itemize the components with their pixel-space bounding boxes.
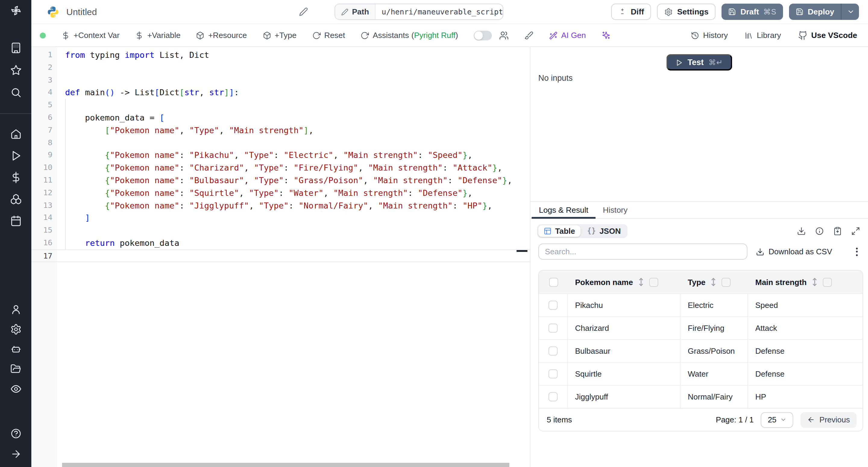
- test-button[interactable]: Test ⌘↵: [666, 54, 732, 70]
- multiplayer-toggle[interactable]: [474, 30, 492, 40]
- sort-arrows-icon[interactable]: [638, 278, 644, 286]
- select-all-checkbox[interactable]: [549, 278, 558, 286]
- add-context-var-button[interactable]: +Context Var: [61, 31, 120, 40]
- row-checkbox[interactable]: [549, 392, 558, 401]
- code-line[interactable]: 16 return pokemon_data: [31, 237, 530, 249]
- library-button[interactable]: Library: [745, 31, 781, 40]
- code-editor[interactable]: 1from typing import List, Dict234def mai…: [31, 47, 530, 467]
- horizontal-scrollbar[interactable]: [62, 463, 509, 467]
- download-csv-button[interactable]: Download as CSV: [756, 247, 832, 256]
- rotate-cw-icon: [312, 31, 321, 39]
- diff-icon: [619, 8, 627, 15]
- code-lines: 1from typing import List, Dict234def mai…: [31, 49, 530, 262]
- code-line[interactable]: 8: [31, 136, 530, 149]
- expand-icon[interactable]: [851, 226, 860, 235]
- deploy-dropdown-chevron-icon[interactable]: [847, 8, 855, 15]
- copy-result-icon[interactable]: [833, 226, 842, 235]
- row-checkbox[interactable]: [549, 369, 558, 378]
- tab-history[interactable]: History: [595, 202, 635, 218]
- page-indicator: Page: 1 / 1: [716, 415, 754, 424]
- table-row: SquirtleWaterDefense: [539, 362, 863, 385]
- package-icon: [196, 31, 205, 39]
- test-shortcut: ⌘↵: [709, 58, 723, 67]
- column-filter-box[interactable]: [722, 278, 731, 286]
- code-line[interactable]: 14 ]: [31, 212, 530, 224]
- row-checkbox[interactable]: [549, 346, 558, 355]
- code-line[interactable]: 5: [31, 99, 530, 112]
- code-line[interactable]: 13 {"Pokemon name": "Jigglypuff", "Type"…: [31, 199, 530, 212]
- draft-button[interactable]: Draft ⌘S: [722, 4, 783, 20]
- code-line[interactable]: 17: [31, 249, 530, 262]
- view-table-option[interactable]: Table: [538, 225, 581, 237]
- items-count: 5 items: [539, 415, 572, 424]
- line-number: 16: [31, 237, 53, 249]
- runs-play-icon[interactable]: [10, 150, 22, 161]
- workspace-icon[interactable]: [10, 42, 22, 54]
- audit-eye-icon[interactable]: [10, 383, 22, 395]
- format-brush-icon[interactable]: [524, 31, 533, 40]
- use-vscode-button[interactable]: Use VScode: [798, 30, 857, 40]
- code-line[interactable]: 12 {"Pokemon name": "Squirtle", "Type": …: [31, 187, 530, 199]
- ai-gen-button[interactable]: AI Gen: [549, 31, 586, 40]
- add-resource-button[interactable]: +Resource: [196, 31, 247, 40]
- add-variable-button[interactable]: +Variable: [135, 31, 181, 40]
- search-icon[interactable]: [10, 87, 22, 98]
- reset-button[interactable]: Reset: [312, 31, 345, 40]
- settings-button[interactable]: Settings: [657, 4, 716, 20]
- deploy-button[interactable]: Deploy: [789, 4, 859, 20]
- code-line[interactable]: 1from typing import List, Dict: [31, 49, 530, 61]
- code-line[interactable]: 11 {"Pokemon name": "Bulbasaur", "Type":…: [31, 174, 530, 187]
- row-checkbox[interactable]: [549, 323, 558, 333]
- add-type-button[interactable]: +Type: [262, 31, 297, 40]
- sort-arrows-icon[interactable]: [710, 278, 717, 286]
- code-line[interactable]: 10 {"Pokemon name": "Charizard", "Type":…: [31, 161, 530, 174]
- history-button[interactable]: History: [691, 31, 728, 40]
- search-input[interactable]: [538, 244, 747, 260]
- settings-gear-icon[interactable]: [10, 323, 22, 335]
- edit-summary-pencil-icon[interactable]: [299, 7, 308, 16]
- windmill-logo[interactable]: [0, 5, 31, 16]
- line-number: 10: [31, 161, 53, 174]
- deploy-split-divider: [841, 4, 841, 20]
- table-cell: Fire/Flying: [681, 317, 748, 339]
- column-filter-box[interactable]: [649, 278, 658, 286]
- user-icon[interactable]: [10, 304, 22, 315]
- home-icon[interactable]: [10, 128, 22, 140]
- column-filter-box[interactable]: [823, 278, 832, 286]
- download-result-icon[interactable]: [797, 226, 806, 235]
- assistants-button[interactable]: Assistants (Pyright Ruff): [361, 31, 458, 40]
- code-line[interactable]: 2: [31, 61, 530, 74]
- tab-logs-result[interactable]: Logs & Result: [532, 202, 595, 218]
- ai-robot-icon[interactable]: [10, 343, 22, 355]
- code-line[interactable]: 3: [31, 74, 530, 87]
- resources-cubes-icon[interactable]: [10, 193, 22, 205]
- script-path-field[interactable]: Path u/henri/maneuverable_script: [335, 4, 503, 20]
- results-section: Logs & Result History Table {} JSON: [530, 201, 868, 467]
- info-icon[interactable]: [815, 226, 824, 235]
- sparkles-icon[interactable]: [601, 31, 611, 40]
- code-line[interactable]: 9 {"Pokemon name": "Pikachu", "Type": "E…: [31, 149, 530, 162]
- folders-icon[interactable]: [10, 363, 22, 375]
- page-size-select[interactable]: 25: [761, 412, 794, 428]
- code-line[interactable]: 7 ["Pokemon name", "Type", "Main strengt…: [31, 124, 530, 137]
- help-icon[interactable]: [10, 428, 22, 439]
- view-json-option[interactable]: {} JSON: [582, 225, 626, 237]
- favorites-star-icon[interactable]: [10, 64, 22, 76]
- row-checkbox[interactable]: [549, 301, 558, 310]
- multiplayer-users-icon[interactable]: [499, 30, 509, 40]
- path-value[interactable]: u/henri/maneuverable_script: [375, 4, 503, 19]
- diff-button[interactable]: Diff: [612, 4, 651, 20]
- table-menu-kebab-icon[interactable]: [854, 245, 860, 258]
- collapse-arrow-icon[interactable]: [10, 448, 22, 460]
- column-header: Pokemon name: [568, 271, 681, 293]
- code-line[interactable]: 6 pokemon_data = [: [31, 112, 530, 124]
- line-number: 1: [31, 49, 53, 61]
- code-line[interactable]: 4def main() -> List[Dict[str, str]]:: [31, 87, 530, 99]
- table-cell: Defense: [748, 363, 863, 385]
- code-line[interactable]: 15: [31, 224, 530, 237]
- previous-page-button[interactable]: Previous: [801, 412, 857, 428]
- schedules-calendar-icon[interactable]: [10, 215, 22, 226]
- variables-dollar-icon[interactable]: [10, 172, 22, 183]
- sort-arrows-icon[interactable]: [811, 278, 818, 286]
- line-number: 9: [31, 149, 53, 162]
